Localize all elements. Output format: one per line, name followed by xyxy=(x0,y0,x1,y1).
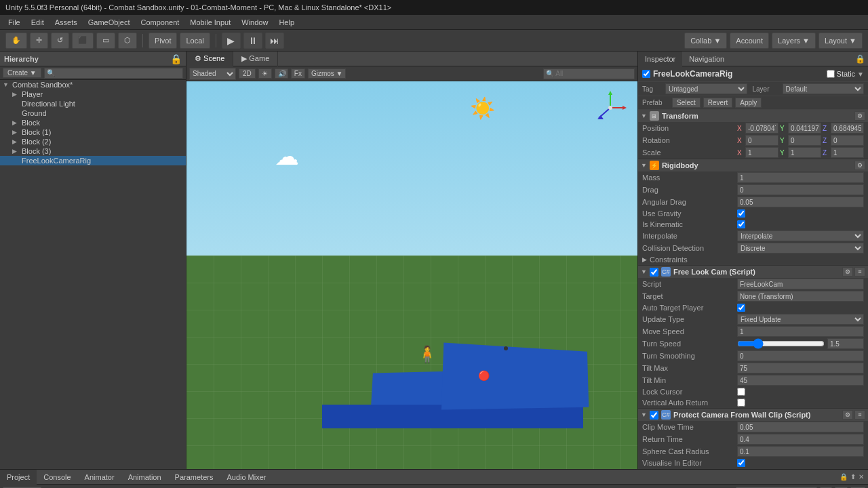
scene-tab-scene[interactable]: ⚙ Scene xyxy=(186,52,233,66)
hierarchy-item-block-2[interactable]: ▶ Block (2) xyxy=(0,137,186,146)
object-active-checkbox[interactable] xyxy=(642,70,650,78)
menu-gameobject[interactable]: GameObject xyxy=(83,17,136,28)
rigidbody-header[interactable]: ▼ ⚡ Rigidbody ⚙ xyxy=(638,159,868,171)
clip-move-input[interactable] xyxy=(737,422,864,432)
tab-inspector[interactable]: Inspector xyxy=(638,52,682,66)
scale-y-input[interactable] xyxy=(788,147,821,158)
shading-mode-select[interactable]: Shaded Wireframe xyxy=(189,68,236,80)
move-speed-input[interactable] xyxy=(737,326,864,337)
mass-input[interactable] xyxy=(737,172,864,183)
visualise-checkbox[interactable] xyxy=(737,459,745,467)
menu-edit[interactable]: Edit xyxy=(26,17,50,28)
transform-settings-icon[interactable]: ⚙ xyxy=(854,111,865,121)
update-type-select[interactable]: Fixed Update Update Late Update xyxy=(737,314,864,325)
effects-btn[interactable]: Fx xyxy=(291,68,305,79)
turn-speed-value-input[interactable] xyxy=(827,338,864,349)
turn-speed-slider[interactable] xyxy=(737,339,825,348)
scene-tab-game[interactable]: ▶ Game xyxy=(233,52,278,66)
use-gravity-checkbox[interactable] xyxy=(737,209,745,218)
scene-view[interactable]: ☀️ ☁ 🧍 🔴 xyxy=(186,81,637,469)
transform-tool-btn[interactable]: ⬡ xyxy=(118,33,137,49)
transform-header[interactable]: ▼ ⊞ Transform ⚙ xyxy=(638,110,868,122)
move-tool-btn[interactable]: ✛ xyxy=(30,33,48,49)
tag-select[interactable]: Untagged xyxy=(665,83,747,94)
tab-navigation[interactable]: Navigation xyxy=(682,52,731,66)
tilt-min-input[interactable] xyxy=(737,375,864,386)
gizmos-btn[interactable]: Gizmos ▼ xyxy=(308,68,347,79)
pause-btn[interactable]: ⏸ xyxy=(243,33,262,49)
rect-tool-btn[interactable]: ▭ xyxy=(96,33,115,49)
auto-target-checkbox[interactable] xyxy=(737,304,745,312)
protect-cam-more-icon[interactable]: ≡ xyxy=(854,410,865,420)
menu-window[interactable]: Window xyxy=(236,17,273,28)
account-btn[interactable]: Account xyxy=(730,33,769,49)
minimize-bottom-btn[interactable]: 🔒 xyxy=(840,473,848,481)
menu-mobile-input[interactable]: Mobile Input xyxy=(184,17,236,28)
freelook-settings-icon[interactable]: ⚙ xyxy=(842,267,853,277)
pos-z-input[interactable] xyxy=(831,123,864,134)
lighting-btn[interactable]: ☀ xyxy=(258,68,272,79)
protect-cam-header[interactable]: ▼ C# Protect Camera From Wall Clip (Scri… xyxy=(638,409,868,421)
hierarchy-item-directional-light[interactable]: Directional Light xyxy=(0,99,186,108)
close-bottom-btn[interactable]: ✕ xyxy=(859,473,864,481)
hierarchy-search-input[interactable] xyxy=(44,68,183,79)
rot-x-input[interactable] xyxy=(745,135,778,146)
hierarchy-item-block[interactable]: ▶ Block xyxy=(0,118,186,127)
inspector-lock-btn[interactable]: 🔒 xyxy=(852,54,868,64)
layers-btn[interactable]: Layers ▼ xyxy=(772,33,816,49)
hierarchy-item-ground[interactable]: Ground xyxy=(0,108,186,118)
return-time-input[interactable] xyxy=(737,434,864,445)
play-btn[interactable]: ▶ xyxy=(222,33,241,49)
hierarchy-lock-icon[interactable]: 🔒 xyxy=(170,54,182,64)
maximize-bottom-btn[interactable]: ⬆ xyxy=(850,473,856,481)
hierarchy-item-player[interactable]: ▶ Player xyxy=(0,89,186,99)
menu-help[interactable]: Help xyxy=(273,17,300,28)
lock-cursor-checkbox[interactable] xyxy=(737,388,745,396)
angular-drag-input[interactable] xyxy=(737,197,864,207)
search-scene-input[interactable] xyxy=(543,68,635,79)
layout-btn[interactable]: Layout ▼ xyxy=(818,33,863,49)
tab-project[interactable]: Project xyxy=(0,470,37,485)
turn-smoothing-input[interactable] xyxy=(737,350,864,361)
hierarchy-item-combat-sandbox[interactable]: ▼ Combat Sandbox* xyxy=(0,80,186,89)
rigidbody-settings-icon[interactable]: ⚙ xyxy=(854,161,865,170)
drag-input[interactable] xyxy=(737,184,864,195)
hierarchy-item-block-1[interactable]: ▶ Block (1) xyxy=(0,127,186,137)
static-dropdown-btn[interactable]: ▼ xyxy=(857,70,864,78)
script-input[interactable] xyxy=(737,279,864,289)
collision-detection-select[interactable]: Discrete Continuous xyxy=(737,243,864,253)
tilt-max-input[interactable] xyxy=(737,363,864,373)
pos-x-input[interactable] xyxy=(745,123,778,134)
freelook-more-icon[interactable]: ≡ xyxy=(854,267,865,277)
hierarchy-item-block-3[interactable]: ▶ Block (3) xyxy=(0,146,186,156)
sphere-cast-input[interactable] xyxy=(737,446,864,457)
pivot-btn[interactable]: Pivot xyxy=(149,33,177,49)
local-btn[interactable]: Local xyxy=(180,33,210,49)
freelook-header[interactable]: ▼ C# Free Look Cam (Script) ⚙ ≡ xyxy=(638,266,868,278)
tab-console[interactable]: Console xyxy=(37,470,77,485)
tab-parameters[interactable]: Parameters xyxy=(168,470,220,485)
static-checkbox[interactable] xyxy=(827,70,835,78)
prefab-select-btn[interactable]: Select xyxy=(672,98,701,108)
constraints-row[interactable]: ▶ Constraints xyxy=(638,254,868,265)
scale-x-input[interactable] xyxy=(745,147,778,158)
tab-animation[interactable]: Animation xyxy=(121,470,168,485)
collab-btn[interactable]: Collab ▼ xyxy=(684,33,727,49)
pos-y-input[interactable] xyxy=(788,123,821,134)
protect-cam-enabled-checkbox[interactable] xyxy=(650,411,658,420)
prefab-apply-btn[interactable]: Apply xyxy=(735,98,762,108)
tab-animator[interactable]: Animator xyxy=(78,470,121,485)
layer-select[interactable]: Default xyxy=(783,83,865,94)
menu-file[interactable]: File xyxy=(3,17,26,28)
is-kinematic-checkbox[interactable] xyxy=(737,220,745,228)
hand-tool-btn[interactable]: ✋ xyxy=(5,33,27,49)
rotate-tool-btn[interactable]: ↺ xyxy=(51,33,69,49)
protect-cam-settings-icon[interactable]: ⚙ xyxy=(842,410,853,420)
tab-audio-mixer[interactable]: Audio Mixer xyxy=(220,470,273,485)
2d-btn[interactable]: 2D xyxy=(239,68,256,79)
hierarchy-create-btn[interactable]: Create ▼ xyxy=(3,68,41,78)
menu-component[interactable]: Component xyxy=(135,17,184,28)
step-btn[interactable]: ⏭ xyxy=(265,33,284,49)
audio-btn[interactable]: 🔊 xyxy=(275,68,288,79)
interpolate-select[interactable]: Interpolate None Extrapolate xyxy=(737,230,864,241)
